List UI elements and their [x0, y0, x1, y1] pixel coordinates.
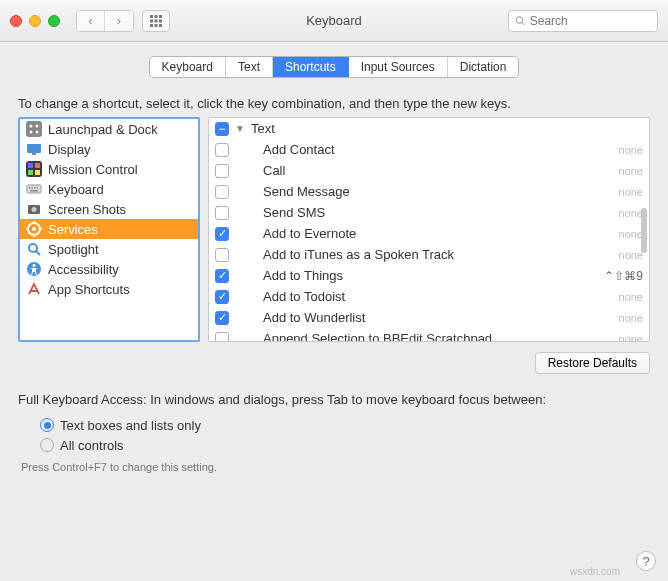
fka-radio-group: Text boxes and lists onlyAll controls [40, 415, 650, 455]
service-shortcut[interactable]: none [593, 228, 643, 240]
category-launchpad-dock[interactable]: Launchpad & Dock [20, 119, 198, 139]
service-checkbox[interactable] [215, 143, 229, 157]
svg-point-11 [36, 125, 39, 128]
search-input[interactable] [530, 14, 651, 28]
display-icon [26, 141, 42, 157]
service-checkbox[interactable] [215, 332, 229, 343]
radio-icon[interactable] [40, 418, 54, 432]
tab-text[interactable]: Text [226, 57, 273, 77]
category-label: Accessibility [48, 262, 119, 277]
service-add-to-evernote[interactable]: Add to Evernotenone [209, 223, 649, 244]
tab-shortcuts[interactable]: Shortcuts [273, 57, 349, 77]
category-label: Launchpad & Dock [48, 122, 158, 137]
forward-button[interactable]: › [105, 11, 133, 31]
service-label: Add to iTunes as a Spoken Track [235, 247, 587, 262]
service-shortcut[interactable]: none [593, 207, 643, 219]
svg-rect-23 [32, 187, 34, 189]
fka-option-all-controls[interactable]: All controls [40, 435, 650, 455]
category-list[interactable]: Launchpad & DockDisplayMission ControlKe… [18, 117, 200, 342]
shortcut-list[interactable]: ▼Text Add ContactnoneCallnoneSend Messag… [208, 117, 650, 342]
svg-point-10 [30, 125, 33, 128]
search-field[interactable] [508, 10, 658, 32]
full-keyboard-access-label: Full Keyboard Access: In windows and dia… [18, 392, 650, 407]
svg-rect-15 [32, 153, 36, 155]
appshortcuts-icon [26, 281, 42, 297]
service-checkbox[interactable] [215, 206, 229, 220]
service-checkbox[interactable] [215, 248, 229, 262]
search-icon [515, 15, 526, 27]
minimize-icon[interactable] [29, 15, 41, 27]
service-shortcut[interactable]: ⌃⇧⌘9 [593, 269, 643, 283]
group-label: Text [251, 121, 587, 136]
service-add-to-todoist[interactable]: Add to Todoistnone [209, 286, 649, 307]
tab-input-sources[interactable]: Input Sources [349, 57, 448, 77]
service-checkbox[interactable] [215, 185, 229, 199]
screenshot-icon [26, 201, 42, 217]
service-checkbox[interactable] [215, 227, 229, 241]
show-all-button[interactable] [142, 10, 170, 32]
svg-rect-6 [150, 24, 153, 27]
fka-option-text-boxes-and-lists-only[interactable]: Text boxes and lists only [40, 415, 650, 435]
service-shortcut[interactable]: none [593, 291, 643, 303]
restore-defaults-button[interactable]: Restore Defaults [535, 352, 650, 374]
category-mission-control[interactable]: Mission Control [20, 159, 198, 179]
service-send-sms[interactable]: Send SMSnone [209, 202, 649, 223]
svg-rect-2 [159, 15, 162, 18]
group-checkbox[interactable] [215, 122, 229, 136]
category-keyboard[interactable]: Keyboard [20, 179, 198, 199]
content-area: To change a shortcut, select it, click t… [0, 88, 668, 473]
accessibility-icon [26, 261, 42, 277]
category-accessibility[interactable]: Accessibility [20, 259, 198, 279]
category-label: Mission Control [48, 162, 138, 177]
tab-dictation[interactable]: Dictation [448, 57, 519, 77]
svg-rect-5 [159, 19, 162, 22]
service-send-message[interactable]: Send Messagenone [209, 181, 649, 202]
watermark: wsxdn.com [570, 566, 620, 577]
service-checkbox[interactable] [215, 164, 229, 178]
svg-rect-26 [30, 190, 38, 192]
close-icon[interactable] [10, 15, 22, 27]
service-add-to-itunes-as-a-spoken-track[interactable]: Add to iTunes as a Spoken Tracknone [209, 244, 649, 265]
nav-back-forward: ‹ › [76, 10, 134, 32]
category-display[interactable]: Display [20, 139, 198, 159]
service-label: Add to Wunderlist [235, 310, 587, 325]
service-add-to-things[interactable]: Add to Things⌃⇧⌘9 [209, 265, 649, 286]
tab-keyboard[interactable]: Keyboard [150, 57, 226, 77]
category-label: Display [48, 142, 91, 157]
preferences-window: ‹ › Keyboard KeyboardTextShortcutsInput … [0, 0, 668, 581]
svg-rect-22 [29, 187, 31, 189]
svg-rect-18 [35, 163, 40, 168]
service-append-selection-to-bbedit-scratchpad[interactable]: Append Selection to BBEdit Scratchpadnon… [209, 328, 649, 342]
service-shortcut[interactable]: none [593, 165, 643, 177]
tab-bar: KeyboardTextShortcutsInput SourcesDictat… [0, 56, 668, 78]
service-shortcut[interactable]: none [593, 249, 643, 261]
svg-point-35 [29, 244, 37, 252]
category-spotlight[interactable]: Spotlight [20, 239, 198, 259]
scrollbar-thumb[interactable] [641, 208, 647, 253]
group-text[interactable]: ▼Text [209, 118, 649, 139]
help-button[interactable]: ? [636, 551, 656, 571]
service-checkbox[interactable] [215, 311, 229, 325]
service-checkbox[interactable] [215, 269, 229, 283]
category-label: App Shortcuts [48, 282, 130, 297]
radio-icon[interactable] [40, 438, 54, 452]
zoom-icon[interactable] [48, 15, 60, 27]
service-shortcut[interactable]: none [593, 186, 643, 198]
service-call[interactable]: Callnone [209, 160, 649, 181]
category-services[interactable]: Services [20, 219, 198, 239]
svg-rect-1 [155, 15, 158, 18]
category-app-shortcuts[interactable]: App Shortcuts [20, 279, 198, 299]
services-icon [26, 221, 42, 237]
back-button[interactable]: ‹ [77, 11, 105, 31]
category-screen-shots[interactable]: Screen Shots [20, 199, 198, 219]
svg-rect-4 [155, 19, 158, 22]
service-add-to-wunderlist[interactable]: Add to Wunderlistnone [209, 307, 649, 328]
disclosure-triangle-icon[interactable]: ▼ [235, 123, 245, 134]
service-shortcut[interactable]: none [593, 312, 643, 324]
service-checkbox[interactable] [215, 290, 229, 304]
spotlight-icon [26, 241, 42, 257]
service-shortcut[interactable]: none [593, 333, 643, 343]
service-add-contact[interactable]: Add Contactnone [209, 139, 649, 160]
service-shortcut[interactable]: none [593, 144, 643, 156]
tab-segmented-control: KeyboardTextShortcutsInput SourcesDictat… [149, 56, 520, 78]
